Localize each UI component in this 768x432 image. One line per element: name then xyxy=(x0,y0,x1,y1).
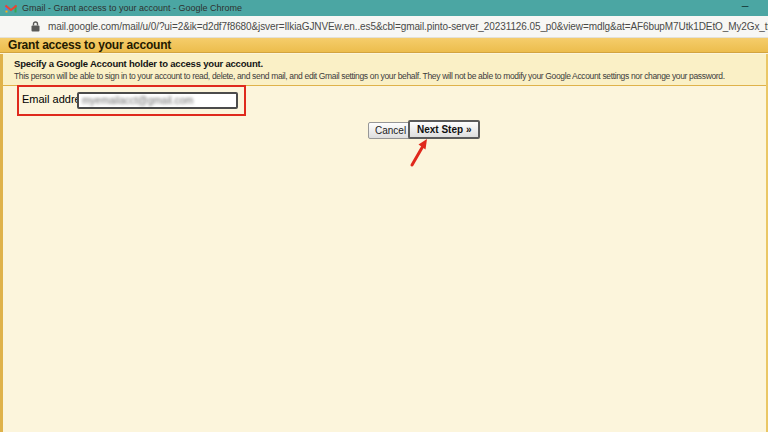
cancel-button[interactable]: Cancel xyxy=(368,122,413,139)
window-titlebar: Gmail - Grant access to your account - G… xyxy=(0,0,768,16)
window-title: Gmail - Grant access to your account - G… xyxy=(22,3,242,13)
next-step-button[interactable]: Next Step » xyxy=(408,120,480,139)
email-address-value-redacted: myemailacct@gmail.com xyxy=(82,95,193,106)
instruction-title: Specify a Google Account holder to acces… xyxy=(14,58,768,69)
url-text[interactable]: mail.google.com/mail/u/0/?ui=2&ik=d2df7f… xyxy=(48,21,768,32)
minimize-button[interactable]: – xyxy=(738,0,752,14)
gmail-icon xyxy=(5,4,17,13)
address-bar[interactable]: mail.google.com/mail/u/0/?ui=2&ik=d2df7f… xyxy=(0,16,768,38)
browser-window: Gmail - Grant access to your account - G… xyxy=(0,0,768,432)
padlock-icon xyxy=(31,21,40,32)
gold-left-border xyxy=(0,54,3,432)
dialog-header: Grant access to your account xyxy=(0,38,768,53)
email-address-input[interactable]: myemailacct@gmail.com xyxy=(77,92,238,109)
instructions-section: Specify a Google Account holder to acces… xyxy=(0,54,768,85)
instruction-body: This person will be able to sign in to y… xyxy=(14,71,768,81)
